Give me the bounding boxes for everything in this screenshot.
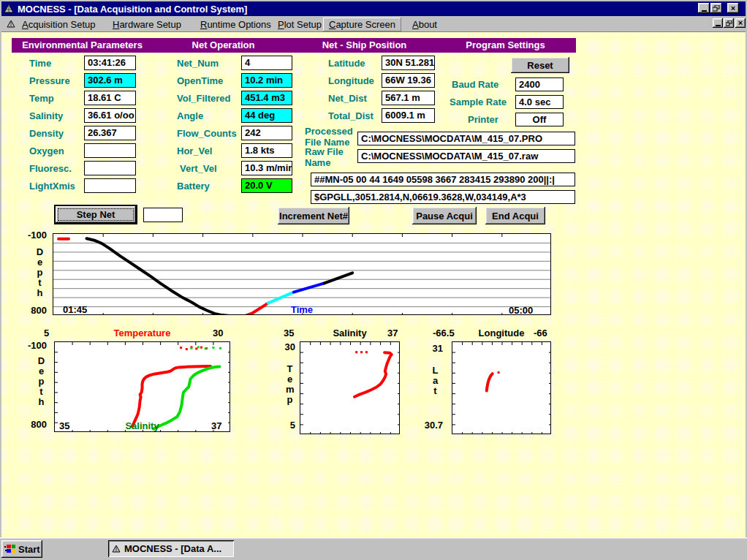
restore-icon <box>713 5 720 12</box>
close-button[interactable]: × <box>727 3 739 13</box>
ts-y-max: 30 <box>273 342 295 352</box>
value-hor-vel[interactable]: 1.8 kts <box>241 143 292 158</box>
start-button[interactable]: Start <box>1 540 42 558</box>
ts-y-axis-label: Temp <box>286 364 294 405</box>
label-net-num: Net_Num <box>177 58 219 69</box>
section-header-bar: Environmental Parameters Net Operation N… <box>12 38 576 53</box>
minimize-button[interactable] <box>698 3 710 13</box>
section-net-operation: Net Operation <box>153 38 294 53</box>
ts-x-min: 35 <box>284 328 294 338</box>
app-icon <box>3 3 15 15</box>
ts-x-max: 37 <box>387 328 398 338</box>
label-oxygen: Oxygen <box>29 145 64 156</box>
mdi-close-icon: × <box>738 19 743 27</box>
depth-time-x-axis-label: Time <box>53 305 551 315</box>
mdi-minimize-button[interactable] <box>713 18 723 28</box>
value-raw-file[interactable]: C:\MOCNESS\MOCDATA\M_415_07.raw <box>357 149 575 163</box>
value-angle[interactable]: 44 deg <box>241 108 292 123</box>
pause-acqui-button[interactable]: Pause Acqui <box>412 207 477 224</box>
value-oxygen[interactable] <box>84 143 136 158</box>
mdi-minimize-icon <box>716 25 721 26</box>
label-latitude: Latitude <box>328 58 365 69</box>
value-net-num[interactable]: 4 <box>241 56 292 70</box>
menu-plot-setup[interactable]: Plot Setup <box>278 19 322 30</box>
mdi-close-button[interactable]: × <box>735 18 746 28</box>
latlon-chart <box>452 341 551 434</box>
increment-net-button[interactable]: Increment Net# <box>278 207 349 224</box>
value-fluoresc[interactable] <box>84 161 136 175</box>
label-temp: Temp <box>29 93 54 104</box>
depth-time-y-axis-label: Depth <box>36 247 44 298</box>
value-sample-rate[interactable]: 4.0 sec <box>515 95 564 109</box>
value-battery[interactable]: 20.0 V <box>241 178 292 193</box>
value-salinity[interactable]: 36.61 o/oo <box>84 108 136 123</box>
label-sample-rate: Sample Rate <box>450 97 507 107</box>
ts-y-min: 5 <box>273 420 295 431</box>
profiles-sal-title: Salinity <box>54 421 230 431</box>
profiles-sal-max: 37 <box>211 421 221 431</box>
task-app-icon <box>111 544 121 554</box>
value-longitude[interactable]: 66W 19.36 <box>382 73 435 88</box>
value-lightxmis[interactable] <box>84 178 136 193</box>
label-time: Time <box>29 58 51 69</box>
label-longitude: Longitude <box>328 75 374 86</box>
step-net-button[interactable]: Step Net <box>54 205 137 224</box>
profiles-temp-min: 5 <box>44 328 49 338</box>
latlon-y-max: 31 <box>424 344 443 354</box>
mdi-child-icon <box>6 19 16 29</box>
value-pressure[interactable]: 302.6 m <box>84 73 136 88</box>
value-vert-vel[interactable]: 10.3 m/min <box>241 161 292 175</box>
task-button-label: MOCNESS - [Data A... <box>124 543 221 554</box>
value-processed-file[interactable]: C:\MOCNESS\MOCDATA\M_415_07.PRO <box>357 132 575 145</box>
label-hor-vel: Hor_Vel <box>177 145 212 156</box>
value-total-dist[interactable]: 6009.1 m <box>382 108 435 123</box>
label-lightxmis: LightXmis <box>29 181 75 192</box>
client-area: Environmental Parameters Net Operation N… <box>1 32 746 537</box>
label-pressure: Pressure <box>29 75 70 86</box>
window-title: MOCNESS - [Data Acquisition and Control … <box>18 4 247 15</box>
mdi-restore-icon <box>726 20 732 26</box>
restore-button[interactable] <box>710 3 722 13</box>
mdi-restore-button[interactable] <box>724 18 734 28</box>
label-battery: Battery <box>177 181 210 192</box>
menu-capture-screen[interactable]: Capture Screen <box>323 18 401 31</box>
depth-time-y-min: 800 <box>19 306 47 316</box>
latlon-y-min: 30.7 <box>417 420 443 431</box>
profiles-y-max: -100 <box>19 341 47 351</box>
value-temp[interactable]: 18.61 C <box>84 91 136 105</box>
menu-about[interactable]: About <box>412 19 437 30</box>
value-time[interactable]: 03:41:26 <box>84 56 136 70</box>
label-angle: Angle <box>177 110 203 121</box>
task-button-mocness[interactable]: MOCNESS - [Data A... <box>108 540 234 557</box>
taskbar: Start e MOCNESS - [Data A... 03:41 <box>0 537 747 560</box>
label-printer: Printer <box>468 114 498 125</box>
depth-time-chart <box>53 233 551 315</box>
value-flow-counts[interactable]: 242 <box>241 126 292 140</box>
value-density[interactable]: 26.367 <box>84 126 136 140</box>
end-acqui-button[interactable]: End Acqui <box>485 207 545 224</box>
mocness-app-window: { "titlebar": { "title": "MOCNESS - [Dat… <box>0 0 747 560</box>
value-latitude[interactable]: 30N 51.281 <box>382 56 435 70</box>
section-program-settings: Program Settings <box>435 38 576 53</box>
value-baud-rate[interactable]: 2400 <box>515 77 564 91</box>
ts-chart <box>300 341 400 434</box>
value-printer[interactable]: Off <box>515 113 564 126</box>
menu-acquisition-setup[interactable]: Acquisition Setup <box>22 19 95 30</box>
label-fluoresc: Fluoresc. <box>29 163 72 174</box>
label-net-dist: Net_Dist <box>328 93 367 104</box>
value-opentime[interactable]: 10.2 min <box>241 73 292 88</box>
close-icon: × <box>731 4 735 12</box>
telemetry-record-box: ##MN-05 00 44 1649 05598 3667 283415 293… <box>311 173 575 186</box>
menu-hardware-setup[interactable]: Hardware Setup <box>113 19 181 30</box>
label-flow-counts: Flow_Counts <box>177 128 237 139</box>
value-vol-filtered[interactable]: 451.4 m3 <box>241 91 292 105</box>
label-vert-vel: Vert_Vel <box>180 163 217 174</box>
net-entry-field[interactable] <box>143 208 183 222</box>
start-label: Start <box>18 544 40 555</box>
label-density: Density <box>29 128 64 139</box>
menu-runtime-options[interactable]: Runtime Options <box>200 19 271 30</box>
label-opentime: OpenTime <box>177 75 223 86</box>
value-net-dist[interactable]: 567.1 m <box>382 91 435 105</box>
ts-title: Salinity <box>300 328 400 338</box>
reset-button[interactable]: Reset <box>511 57 569 73</box>
